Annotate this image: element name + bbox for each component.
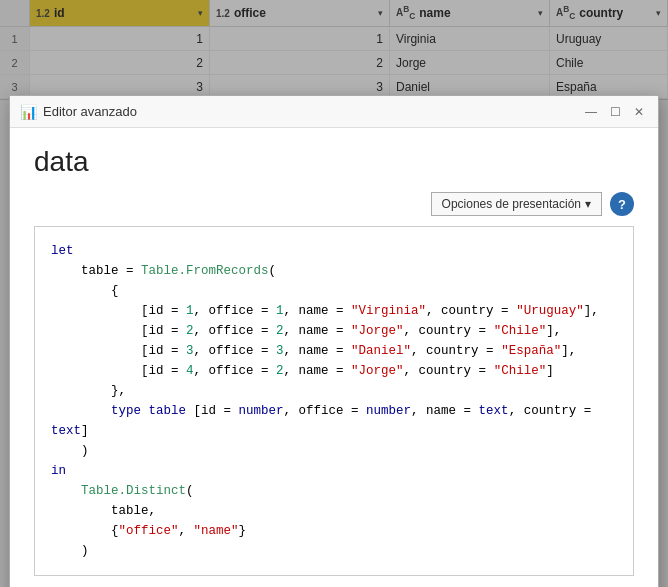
code-line-table-ref: table, xyxy=(51,501,617,521)
code-line-row3: [id = 3, office = 3, name = "Daniel", co… xyxy=(51,341,617,361)
code-line-open-brace: { xyxy=(51,281,617,301)
modal-body: data Opciones de presentación ▾ ? let ta… xyxy=(10,128,658,587)
window-controls: — ☐ ✕ xyxy=(582,103,648,121)
code-line-distinct: Table.Distinct( xyxy=(51,481,617,501)
help-label: ? xyxy=(618,197,626,212)
code-line-table: table = Table.FromRecords( xyxy=(51,261,617,281)
presentation-options-label: Opciones de presentación xyxy=(442,197,581,211)
modal-titlebar: 📊 Editor avanzado — ☐ ✕ xyxy=(10,96,658,128)
status-bar: ✔ No se han detectado errores de sintaxi… xyxy=(34,576,634,587)
options-dropdown-icon: ▾ xyxy=(585,197,591,211)
advanced-editor-modal: 📊 Editor avanzado — ☐ ✕ data Opciones de… xyxy=(9,95,659,587)
code-line-close-brace: }, xyxy=(51,381,617,401)
code-line-type: type table [id = number, office = number… xyxy=(51,401,617,441)
modal-overlay: 📊 Editor avanzado — ☐ ✕ data Opciones de… xyxy=(0,0,668,587)
code-line-close-paren: ) xyxy=(51,441,617,461)
modal-title: Editor avanzado xyxy=(43,104,582,119)
code-editor[interactable]: let table = Table.FromRecords( { [id = 1… xyxy=(34,226,634,576)
editor-icon: 📊 xyxy=(20,104,37,120)
presentation-options-button[interactable]: Opciones de presentación ▾ xyxy=(431,192,602,216)
code-line-row2: [id = 2, office = 2, name = "Jorge", cou… xyxy=(51,321,617,341)
query-name: data xyxy=(34,146,634,178)
maximize-button[interactable]: ☐ xyxy=(606,103,624,121)
modal-toolbar: Opciones de presentación ▾ ? xyxy=(34,192,634,216)
code-line-let: let xyxy=(51,241,617,261)
close-button[interactable]: ✕ xyxy=(630,103,648,121)
code-line-row4: [id = 4, office = 2, name = "Jorge", cou… xyxy=(51,361,617,381)
code-line-distinct-close: ) xyxy=(51,541,617,561)
minimize-button[interactable]: — xyxy=(582,103,600,121)
help-button[interactable]: ? xyxy=(610,192,634,216)
code-line-office-name: {"office", "name"} xyxy=(51,521,617,541)
code-line-in: in xyxy=(51,461,617,481)
code-line-row1: [id = 1, office = 1, name = "Virginia", … xyxy=(51,301,617,321)
